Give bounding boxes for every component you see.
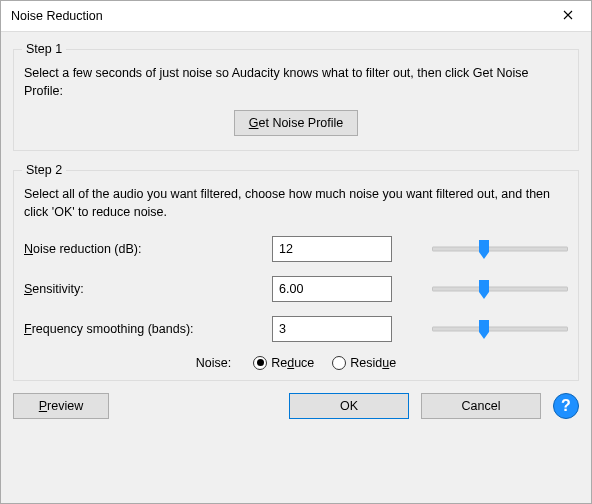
- step2-group: Step 2 Select all of the audio you want …: [13, 163, 579, 380]
- noise-reduction-row: Noise reduction (dB):: [24, 236, 568, 262]
- radio-unchecked-icon: [332, 356, 346, 370]
- step2-instructions: Select all of the audio you want filtere…: [24, 185, 568, 221]
- client-area: Step 1 Select a few seconds of just nois…: [1, 32, 591, 503]
- step1-instructions: Select a few seconds of just noise so Au…: [24, 64, 568, 100]
- close-button[interactable]: [545, 1, 591, 32]
- sensitivity-input[interactable]: [272, 276, 392, 302]
- slider-thumb-icon: [477, 318, 491, 340]
- noise-mode-lead: Noise:: [196, 356, 231, 370]
- dialog-footer: Preview OK Cancel ?: [13, 393, 579, 419]
- sensitivity-slider[interactable]: [432, 278, 568, 300]
- sensitivity-label: Sensitivity:: [24, 282, 272, 296]
- title-bar: Noise Reduction: [1, 1, 591, 32]
- noise-mode-residue[interactable]: Residue: [332, 356, 396, 370]
- ok-button[interactable]: OK: [289, 393, 409, 419]
- noise-reduction-input[interactable]: [272, 236, 392, 262]
- radio-checked-icon: [253, 356, 267, 370]
- freq-smoothing-row: Frequency smoothing (bands):: [24, 316, 568, 342]
- help-button[interactable]: ?: [553, 393, 579, 419]
- help-icon: ?: [561, 397, 571, 415]
- noise-reduction-label: Noise reduction (dB):: [24, 242, 272, 256]
- noise-mode-reduce[interactable]: Reduce: [253, 356, 314, 370]
- freq-smoothing-label: Frequency smoothing (bands):: [24, 322, 272, 336]
- close-icon: [563, 9, 573, 23]
- noise-reduction-slider[interactable]: [432, 238, 568, 260]
- sensitivity-row: Sensitivity:: [24, 276, 568, 302]
- step1-legend: Step 1: [22, 42, 66, 56]
- noise-mode-row: Noise: Reduce Residue: [24, 356, 568, 370]
- freq-smoothing-slider[interactable]: [432, 318, 568, 340]
- slider-thumb-icon: [477, 238, 491, 260]
- preview-button[interactable]: Preview: [13, 393, 109, 419]
- freq-smoothing-input[interactable]: [272, 316, 392, 342]
- slider-thumb-icon: [477, 278, 491, 300]
- step1-group: Step 1 Select a few seconds of just nois…: [13, 42, 579, 151]
- window-title: Noise Reduction: [11, 9, 103, 23]
- cancel-button[interactable]: Cancel: [421, 393, 541, 419]
- step2-legend: Step 2: [22, 163, 66, 177]
- get-noise-profile-button[interactable]: Get Noise Profile: [234, 110, 359, 136]
